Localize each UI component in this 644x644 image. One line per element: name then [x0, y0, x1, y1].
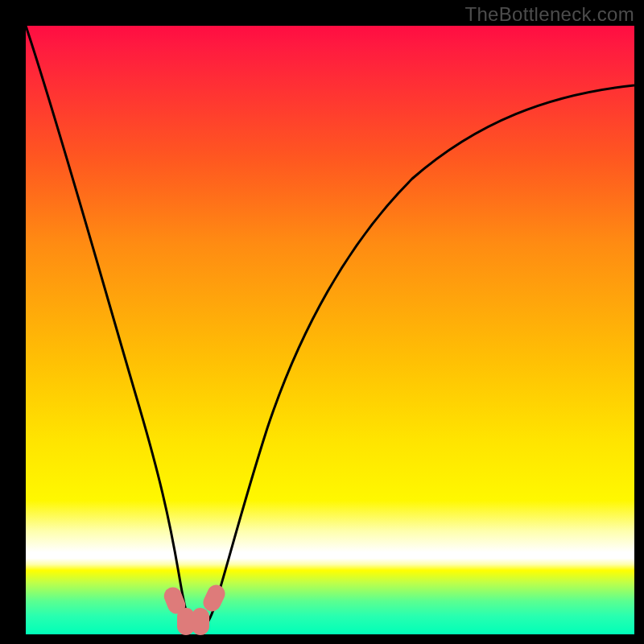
plot-area: [26, 26, 634, 634]
curve-minimum-marker-3: [192, 608, 209, 635]
bottleneck-curve-svg: [26, 26, 634, 634]
bottleneck-curve-path: [26, 26, 634, 630]
watermark-text: TheBottleneck.com: [464, 3, 634, 26]
